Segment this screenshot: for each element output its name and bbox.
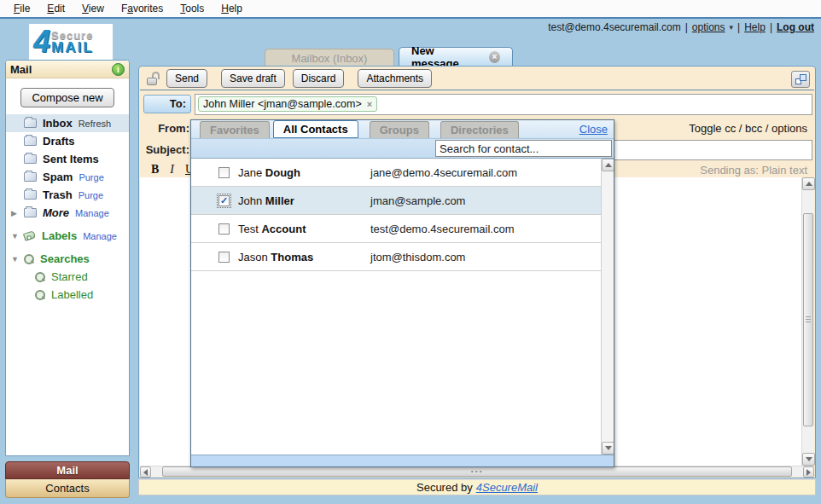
- folder-icon: [24, 208, 37, 217]
- browser-menu-bar: File Edit View Favorites Tools Help: [0, 0, 821, 19]
- folder-icon: [24, 190, 37, 200]
- sidebar-item-drafts[interactable]: Drafts: [6, 132, 129, 150]
- compose-new-button[interactable]: Compose new: [20, 88, 114, 107]
- discard-button[interactable]: Discard: [293, 69, 345, 88]
- chevron-down-icon: ▾: [730, 23, 734, 32]
- folder-icon: [24, 119, 37, 128]
- scroll-right-icon[interactable]: [803, 466, 814, 478]
- info-icon[interactable]: i: [112, 63, 125, 76]
- to-input[interactable]: John Miller <jman@sample.com> ×: [195, 94, 812, 115]
- expander-down-icon[interactable]: ▼: [11, 232, 24, 240]
- tab-mailbox-inbox[interactable]: Mailbox (Inbox): [265, 49, 394, 67]
- italic-button[interactable]: I: [170, 163, 174, 177]
- menu-edit[interactable]: Edit: [38, 0, 73, 17]
- tab-groups[interactable]: Groups: [370, 121, 429, 138]
- tab-new-message[interactable]: New message ×: [399, 47, 513, 67]
- sidebar-item-spam[interactable]: Spam Purge: [6, 168, 129, 186]
- menu-file[interactable]: File: [5, 0, 38, 17]
- toolbar-divider: [140, 90, 814, 90]
- save-draft-button[interactable]: Save draft: [221, 69, 285, 88]
- app-logo[interactable]: 4 Secure MAIL: [29, 24, 113, 60]
- sidebar-item-searches[interactable]: ▼ Searches: [6, 250, 129, 268]
- scroll-left-icon[interactable]: [140, 466, 151, 478]
- to-button[interactable]: To:: [143, 95, 191, 113]
- spam-purge-link[interactable]: Purge: [79, 172, 103, 182]
- sidebar-title: Mail: [10, 63, 32, 76]
- sidebar-item-trash[interactable]: Trash Purge: [6, 186, 129, 204]
- toggle-cc-bcc-link[interactable]: Toggle cc / bcc / options: [689, 122, 807, 135]
- module-switcher: Mail Contacts: [5, 461, 130, 498]
- from-label: From:: [140, 122, 189, 135]
- account-email: test@demo.4securemail.com: [548, 21, 681, 33]
- scroll-up-icon[interactable]: [602, 159, 614, 171]
- folder-icon: [24, 136, 37, 146]
- contact-list-scrollbar[interactable]: [601, 159, 614, 455]
- options-link[interactable]: options: [692, 21, 725, 33]
- help-link[interactable]: Help: [744, 21, 766, 33]
- subject-label: Subject:: [140, 143, 189, 156]
- secured-footer: Secured by 4SecureMail: [138, 478, 816, 495]
- contact-row[interactable]: Test Account test@demo.4securemail.com: [191, 215, 614, 243]
- more-manage-link[interactable]: Manage: [75, 208, 109, 218]
- tab-all-contacts[interactable]: All Contacts: [273, 120, 358, 138]
- bold-button[interactable]: B: [151, 163, 159, 177]
- tab-directories[interactable]: Directories: [440, 121, 519, 138]
- contact-checkbox[interactable]: [218, 223, 230, 235]
- contact-search-row: [191, 138, 614, 158]
- scroll-down-icon[interactable]: [602, 442, 614, 455]
- contact-checkbox[interactable]: [218, 252, 230, 263]
- recipient-chip: John Miller <jman@sample.com> ×: [198, 96, 377, 112]
- workspace-tabs: Mailbox (Inbox) New message ×: [265, 47, 513, 67]
- menu-view[interactable]: View: [73, 0, 113, 17]
- secured-by-text: Secured by: [416, 481, 473, 494]
- contact-checkbox[interactable]: [218, 167, 230, 178]
- search-icon: [35, 272, 45, 282]
- folder-icon: [24, 172, 37, 182]
- contact-row[interactable]: Jane Dough jane@demo.4securemail.com: [191, 159, 614, 187]
- close-picker-link[interactable]: Close: [579, 123, 608, 136]
- contact-search-input[interactable]: [435, 140, 612, 157]
- contacts-module-button[interactable]: Contacts: [5, 479, 130, 498]
- scroll-down-icon[interactable]: [802, 453, 815, 466]
- sidebar-item-starred[interactable]: Starred: [6, 268, 129, 286]
- inbox-refresh-link[interactable]: Refresh: [79, 119, 112, 129]
- menu-help[interactable]: Help: [213, 0, 251, 17]
- picker-footer-strip: [191, 455, 614, 466]
- mail-module-button[interactable]: Mail: [5, 461, 130, 479]
- scroll-up-icon[interactable]: [802, 177, 815, 190]
- body-vertical-scrollbar[interactable]: [801, 177, 814, 466]
- folder-icon: [24, 154, 37, 164]
- menu-favorites[interactable]: Favorites: [113, 0, 172, 17]
- sidebar-item-more[interactable]: ▶ More Manage: [6, 204, 129, 222]
- logo-number: 4: [33, 27, 50, 56]
- contact-picker-overlay: Favorites All Contacts Groups Directorie…: [190, 119, 614, 467]
- securemail-brand-link[interactable]: 4SecureMail: [476, 481, 538, 494]
- contact-picker-tabs: Favorites All Contacts Groups Directorie…: [191, 120, 614, 138]
- compose-toolbar: Send Save draft Discard Attachments: [140, 67, 814, 90]
- popout-window-icon[interactable]: [791, 71, 810, 88]
- labels-manage-link[interactable]: Manage: [83, 231, 117, 241]
- contact-checkbox[interactable]: ✓: [218, 195, 230, 206]
- search-icon: [35, 290, 45, 300]
- close-tab-icon[interactable]: ×: [489, 51, 500, 63]
- menu-tools[interactable]: Tools: [172, 0, 213, 17]
- contact-row[interactable]: Jason Thomas jtom@thisdom.com: [191, 243, 614, 271]
- tab-favorites[interactable]: Favorites: [200, 121, 270, 138]
- sidebar-item-labels[interactable]: ▼ Labels Manage: [6, 227, 129, 245]
- logo-mail-text: MAIL: [51, 41, 94, 54]
- send-button[interactable]: Send: [166, 69, 207, 88]
- sidebar-item-sent-items[interactable]: Sent Items: [6, 150, 129, 168]
- expander-right-icon[interactable]: ▶: [11, 209, 24, 217]
- sidebar-item-labelled[interactable]: Labelled: [6, 286, 129, 304]
- sending-as-text: Sending as: Plain text: [700, 164, 807, 177]
- scrollbar-thumb[interactable]: [162, 466, 792, 477]
- attachments-button[interactable]: Attachments: [358, 69, 432, 88]
- remove-recipient-icon[interactable]: ×: [367, 99, 372, 109]
- contact-row[interactable]: ✓ John Miller jman@sample.com: [191, 187, 614, 215]
- to-row: To: John Miller <jman@sample.com> ×: [140, 93, 814, 115]
- trash-purge-link[interactable]: Purge: [79, 190, 103, 200]
- logout-link[interactable]: Log out: [777, 21, 814, 33]
- expander-down-icon[interactable]: ▼: [11, 255, 24, 264]
- sidebar-item-inbox[interactable]: Inbox Refresh: [6, 114, 129, 132]
- scrollbar-thumb[interactable]: [803, 213, 813, 426]
